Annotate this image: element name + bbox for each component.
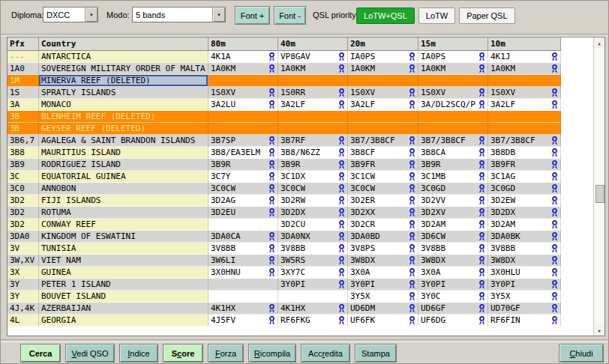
band-cell-15m[interactable]: 3Y0C [418, 291, 488, 303]
country-cell[interactable]: GEORGIA [39, 315, 208, 327]
column-header-40m[interactable]: 40m [278, 37, 348, 51]
band-cell-80m[interactable]: 3A2LU [208, 99, 278, 111]
band-cell-40m[interactable]: 3XY7C [278, 267, 348, 279]
band-cell-10m[interactable]: 3C1AG [488, 171, 561, 183]
band-cell-40m[interactable]: 3B7RF [278, 135, 348, 147]
band-cell-20m[interactable]: 3B7/3B8CF [348, 135, 418, 147]
band-cell-20m[interactable]: 3Y0PI [348, 279, 418, 291]
band-cell-80m[interactable] [208, 111, 278, 123]
country-cell[interactable]: CONWAY REEF [39, 219, 208, 231]
pfx-cell[interactable]: 3C [8, 171, 39, 183]
band-cell-40m[interactable]: 3D2DX [278, 207, 348, 219]
band-cell-20m[interactable] [348, 75, 418, 87]
band-cell-10m[interactable]: 1S0XV [488, 87, 561, 99]
band-cell-10m[interactable]: 3B8DB [488, 147, 561, 159]
country-cell[interactable]: KINGDOM OF ESWATINI [39, 231, 208, 243]
band-cell-40m[interactable]: 3V8BB [278, 243, 348, 255]
band-cell-10m[interactable]: 4K1J [488, 51, 561, 63]
pfx-cell[interactable]: 3Y [8, 291, 39, 303]
band-cell-80m[interactable]: 3B9R [208, 159, 278, 171]
band-cell-15m[interactable]: 1S0XV [418, 87, 488, 99]
band-cell-80m[interactable] [208, 75, 278, 87]
band-cell-40m[interactable]: 3DA0NX [278, 231, 348, 243]
band-cell-20m[interactable]: 1A0KM [348, 63, 418, 75]
band-cell-15m[interactable] [418, 111, 488, 123]
qsl-priority-paper-qsl-button[interactable]: Paper QSL [459, 7, 514, 24]
pfx-cell[interactable]: 3W,XV [8, 255, 39, 267]
pfx-cell[interactable]: 3B9 [8, 159, 39, 171]
band-cell-20m[interactable]: IA0PS [348, 51, 418, 63]
band-cell-15m[interactable] [418, 75, 488, 87]
band-cell-10m[interactable]: 3C0GD [488, 183, 561, 195]
band-cell-15m[interactable]: 3B7/3B8CF [418, 135, 488, 147]
score-button[interactable]: Score [163, 344, 203, 363]
column-header-country[interactable]: Country [39, 37, 208, 51]
band-cell-20m[interactable]: 3C1CW [348, 171, 418, 183]
band-cell-15m[interactable]: 3C0GD [418, 183, 488, 195]
country-cell-selected[interactable]: MINERVA REEF (DELETED) [39, 75, 208, 87]
band-cell-20m[interactable]: 3C0CW [348, 183, 418, 195]
band-cell-15m[interactable]: 3D6CW [418, 231, 488, 243]
band-cell-80m[interactable]: 1A0KM [208, 63, 278, 75]
font-minus-button[interactable]: Font - [274, 6, 306, 25]
band-cell-20m[interactable]: 3D2XX [348, 207, 418, 219]
country-cell[interactable]: PETER 1 ISLAND [39, 279, 208, 291]
country-cell[interactable]: GEYSER REEF (DELETED) [39, 123, 208, 135]
band-cell-20m[interactable]: 3W8DX [348, 255, 418, 267]
band-cell-10m[interactable] [488, 111, 561, 123]
band-cell-10m[interactable] [488, 123, 561, 135]
forza-button[interactable]: Forza [208, 344, 244, 363]
band-cell-40m[interactable] [278, 123, 348, 135]
column-header-10m[interactable]: 10m [488, 37, 561, 51]
scroll-up-button[interactable]: ▲ [594, 37, 604, 48]
band-cell-80m[interactable]: 3C0CW [208, 183, 278, 195]
band-cell-15m[interactable]: 3V8BB [418, 243, 488, 255]
column-header-15m[interactable]: 15m [418, 37, 488, 51]
pfx-cell[interactable]: 1M [8, 75, 39, 87]
dropdown-arrow-icon[interactable]: ▼ [85, 7, 98, 22]
band-cell-20m[interactable]: 1S0XV [348, 87, 418, 99]
band-cell-80m[interactable]: 3D2EU [208, 207, 278, 219]
country-cell[interactable]: BOUVET ISLAND [39, 291, 208, 303]
accredita-button[interactable]: Accredita [301, 344, 350, 363]
band-cell-40m[interactable]: 3B8/N6ZZ [278, 147, 348, 159]
country-cell[interactable]: ANNOBON [39, 183, 208, 195]
country-cell[interactable]: RODRIGUEZ ISLAND [39, 159, 208, 171]
band-cell-10m[interactable]: 3A2LF [488, 99, 561, 111]
font-plus-button[interactable]: Font + [235, 6, 270, 25]
band-cell-80m[interactable]: 3V8BB [208, 243, 278, 255]
pfx-cell[interactable]: 3Y [8, 279, 39, 291]
band-cell-40m[interactable]: VP8GAV [278, 51, 348, 63]
country-cell[interactable]: BLENHEIM REEF (DELETED) [39, 111, 208, 123]
band-cell-80m[interactable]: 4K1A [208, 51, 278, 63]
band-cell-40m[interactable]: 3Y0PI [278, 279, 348, 291]
band-cell-10m[interactable]: RF6FIN [488, 315, 561, 327]
pfx-cell[interactable]: 3D2 [8, 195, 39, 207]
band-cell-40m[interactable]: 3C1DX [278, 171, 348, 183]
band-cell-10m[interactable]: 3X0HLU [488, 267, 561, 279]
column-header-80m[interactable]: 80m [208, 37, 278, 51]
band-cell-20m[interactable]: 3B9FR [348, 159, 418, 171]
band-cell-80m[interactable]: 4K1HX [208, 303, 278, 315]
band-cell-10m[interactable]: 3Y0PI [488, 279, 561, 291]
band-cell-15m[interactable]: 3B9R [418, 159, 488, 171]
pfx-cell[interactable]: --- [8, 51, 39, 63]
band-cell-15m[interactable]: 3D2AM [418, 219, 488, 231]
band-cell-15m[interactable]: UD6GF [418, 303, 488, 315]
scroll-down-button[interactable]: ▼ [594, 325, 604, 336]
band-cell-15m[interactable]: 3C1MB [418, 171, 488, 183]
band-cell-10m[interactable]: 3DA0BK [488, 231, 561, 243]
band-cell-80m[interactable] [208, 291, 278, 303]
vertical-scrollbar[interactable]: ▲ ▼ [593, 37, 604, 336]
indice-button[interactable]: Indice [119, 344, 158, 363]
band-cell-40m[interactable]: 3C0CW [278, 183, 348, 195]
band-cell-80m[interactable]: 3C7Y [208, 171, 278, 183]
band-cell-40m[interactable]: 3B9R [278, 159, 348, 171]
column-header-20m[interactable]: 20m [348, 37, 418, 51]
band-cell-40m[interactable]: 4K1HX [278, 303, 348, 315]
band-cell-10m[interactable]: 3W8DX [488, 255, 561, 267]
band-cell-20m[interactable]: UD6DM [348, 303, 418, 315]
pfx-cell[interactable]: 1A0 [8, 63, 39, 75]
band-cell-15m[interactable]: 3X0A [418, 267, 488, 279]
band-cell-20m[interactable]: 3V8PS [348, 243, 418, 255]
